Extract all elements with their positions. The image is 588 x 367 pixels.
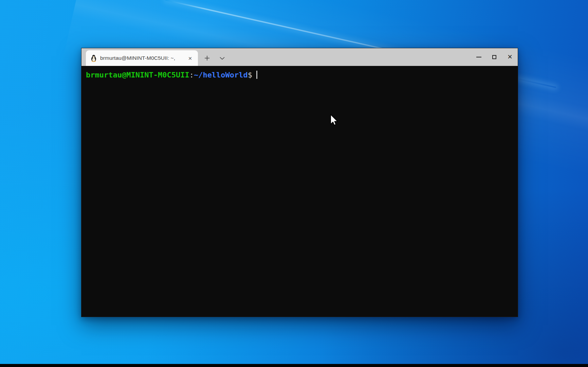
text-cursor	[256, 71, 257, 79]
window-controls: ×	[471, 48, 518, 66]
prompt-user-host: brmurtau@MININT-M0C5UII	[86, 71, 189, 79]
desktop: brmurtau@MININT-M0C5UII: ~, ×	[0, 0, 588, 367]
maximize-button[interactable]	[486, 48, 502, 66]
chevron-down-icon	[220, 57, 225, 60]
terminal-content[interactable]: brmurtau@MININT-M0C5UII:~/helloWorld$	[81, 66, 518, 317]
terminal-tab[interactable]: brmurtau@MININT-M0C5UII: ~, ×	[86, 50, 198, 66]
tab-dropdown-button[interactable]	[217, 50, 227, 66]
prompt-path: ~/helloWorld	[194, 71, 248, 79]
prompt-colon: :	[189, 71, 194, 79]
minimize-icon	[476, 57, 481, 57]
prompt-line: brmurtau@MININT-M0C5UII:~/helloWorld$	[86, 70, 515, 80]
close-button[interactable]: ×	[502, 48, 518, 66]
plus-icon	[204, 55, 210, 61]
maximize-icon	[492, 55, 496, 59]
tab-close-icon[interactable]: ×	[186, 54, 194, 62]
linux-tux-icon	[91, 55, 97, 62]
screen-bottom-strip	[0, 364, 588, 367]
new-tab-button[interactable]	[202, 50, 212, 66]
minimize-button[interactable]	[471, 48, 486, 66]
title-bar[interactable]: brmurtau@MININT-M0C5UII: ~, ×	[81, 48, 518, 66]
prompt-symbol: $	[248, 71, 252, 79]
tab-title: brmurtau@MININT-M0C5UII: ~,	[100, 55, 183, 61]
close-icon: ×	[508, 53, 512, 61]
terminal-window: brmurtau@MININT-M0C5UII: ~, ×	[81, 48, 518, 317]
